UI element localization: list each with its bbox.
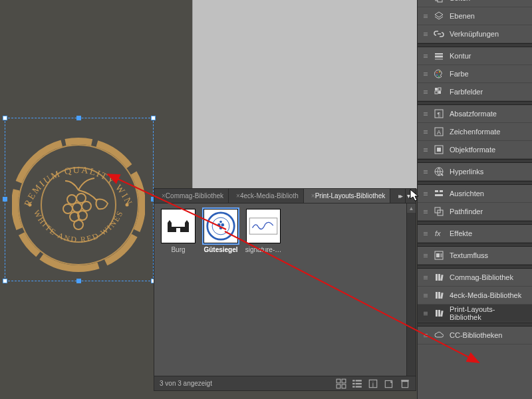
library-tab[interactable]: ×4eck-Media-Biblioth: [229, 189, 304, 203]
grip-icon: [423, 130, 428, 134]
svg-rect-80: [440, 311, 444, 317]
resize-handle[interactable]: [3, 279, 7, 283]
library-thumbnail[interactable]: [203, 209, 238, 243]
svg-rect-50: [435, 88, 438, 90]
svg-text:fx: fx: [435, 229, 441, 237]
panel-row-farbe[interactable]: Farbe: [418, 65, 532, 83]
panel-row-label: 4eck-Media-Bibliothek: [450, 291, 521, 299]
selection-bounding-box[interactable]: [5, 118, 154, 281]
grip-icon: [423, 192, 428, 196]
library-info-icon[interactable]: i: [368, 378, 378, 389]
grip-icon: [423, 210, 428, 213]
align-icon: [434, 188, 444, 199]
panel-row-farbfelder[interactable]: Farbfelder: [418, 83, 532, 101]
svg-point-47: [436, 74, 438, 76]
panel-row-label: Verknüpfungen: [450, 30, 499, 38]
panel-row-print-layouts-bibliothek[interactable]: Print-Layouts-Bibliothek: [418, 305, 532, 323]
panel-row-objektformate[interactable]: Objektformate: [418, 141, 532, 159]
resize-handle[interactable]: [76, 279, 81, 283]
library-body[interactable]: Burg Gütesiegel signature-…: [154, 203, 416, 376]
resize-handle[interactable]: [76, 116, 81, 120]
stroke-icon: [434, 51, 444, 61]
grip-icon: [423, 33, 428, 36]
resize-handle[interactable]: [3, 116, 7, 120]
new-item-icon[interactable]: [384, 378, 394, 389]
hyper-icon: [434, 166, 444, 177]
grip-icon: [423, 90, 428, 94]
panel-row-hyperlinks[interactable]: Hyperlinks: [418, 163, 532, 181]
library-item-label: Burg: [160, 246, 197, 253]
list-view-icon[interactable]: [352, 378, 362, 389]
panel-row-label: Farbe: [450, 70, 469, 78]
svg-point-20: [212, 217, 229, 235]
svg-rect-62: [440, 190, 443, 192]
collapse-icon[interactable]: ▸▸: [394, 192, 405, 200]
svg-rect-77: [440, 293, 444, 299]
svg-rect-31: [356, 380, 362, 381]
resize-handle[interactable]: [151, 116, 156, 120]
library-item[interactable]: Burg: [160, 209, 197, 253]
wrap-icon: [434, 250, 444, 261]
panel-row-verkn-pfungen[interactable]: Verknüpfungen: [418, 25, 532, 43]
svg-rect-52: [435, 91, 438, 94]
panel-row-label: Absatzformate: [450, 110, 497, 118]
panel-row-zeichenformate[interactable]: AZeichenformate: [418, 123, 532, 141]
swatches-icon: [434, 86, 444, 97]
panel-row-seiten[interactable]: Seiten: [418, 0, 532, 7]
grip-icon: [423, 276, 428, 279]
panel-row-ausrichten[interactable]: Ausrichten: [418, 185, 532, 203]
panel-row-commag-bibliothek[interactable]: Commag-Bibliothek: [418, 269, 532, 287]
panel-row-label: Print-Layouts-Bibliothek: [450, 305, 527, 321]
lib-icon: [434, 308, 444, 319]
svg-point-22: [221, 223, 224, 227]
panel-row-label: Textumfluss: [450, 251, 488, 259]
panel-row-label: Commag-Bibliothek: [450, 273, 513, 281]
palette-icon: [434, 68, 444, 79]
library-item[interactable]: Gütesiegel: [202, 209, 239, 253]
svg-point-24: [219, 221, 222, 223]
grip-icon: [423, 232, 428, 235]
panel-row-kontur[interactable]: Kontur: [418, 47, 532, 65]
panel-row-effekte[interactable]: fxEffekte: [418, 225, 532, 243]
svg-rect-76: [438, 292, 440, 299]
panel-row-label: Farbfelder: [450, 88, 483, 96]
panel-row-label: Seiten: [450, 0, 470, 2]
svg-rect-30: [352, 380, 354, 381]
obj-icon: [434, 144, 444, 155]
svg-rect-34: [352, 386, 354, 387]
panel-row-4eck-media-bibliothek[interactable]: 4eck-Media-Bibliothek: [418, 287, 532, 305]
library-footer: 3 von 3 angezeigt i: [154, 376, 416, 390]
fx-icon: fx: [434, 228, 444, 239]
library-tab[interactable]: ×Print-Layouts-Bibliothek: [304, 189, 390, 203]
artboard[interactable]: [192, 0, 417, 189]
svg-rect-32: [352, 382, 354, 384]
thumbnail-view-icon[interactable]: [336, 378, 346, 389]
svg-rect-28: [336, 384, 340, 388]
library-tab[interactable]: ×Commag-Bibliothek: [154, 189, 229, 203]
svg-rect-33: [356, 382, 362, 384]
resize-handle[interactable]: [3, 197, 7, 201]
library-thumbnail[interactable]: [161, 209, 196, 243]
trash-icon[interactable]: [400, 378, 410, 389]
panel-row-ebenen[interactable]: Ebenen: [418, 7, 532, 25]
svg-rect-61: [435, 190, 438, 192]
scroll-up-icon[interactable]: ▲: [407, 203, 416, 213]
scrollbar[interactable]: ▲: [406, 203, 416, 376]
panel-menu-icon[interactable]: ▾≡: [405, 189, 416, 203]
library-item[interactable]: signature-…: [245, 209, 282, 253]
panel-row-textumfluss[interactable]: Textumfluss: [418, 247, 532, 265]
panel-row-label: Hyperlinks: [450, 168, 483, 176]
svg-rect-79: [438, 310, 440, 317]
svg-rect-16: [185, 223, 189, 232]
grip-icon: [423, 312, 428, 315]
panel-row-label: Kontur: [450, 52, 471, 60]
library-panel[interactable]: ×Commag-Bibliothek ×4eck-Media-Biblioth …: [154, 188, 416, 391]
panel-row-absatzformate[interactable]: ¶Absatzformate: [418, 105, 532, 123]
library-thumbnail[interactable]: [246, 209, 281, 243]
panel-row-cc-bibliotheken[interactable]: CC-Bibliotheken: [418, 327, 532, 344]
svg-point-21: [217, 223, 221, 227]
panel-row-pathfinder[interactable]: Pathfinder: [418, 203, 532, 221]
grip-icon: [423, 334, 428, 337]
svg-rect-40: [401, 380, 408, 381]
svg-rect-73: [438, 274, 440, 281]
